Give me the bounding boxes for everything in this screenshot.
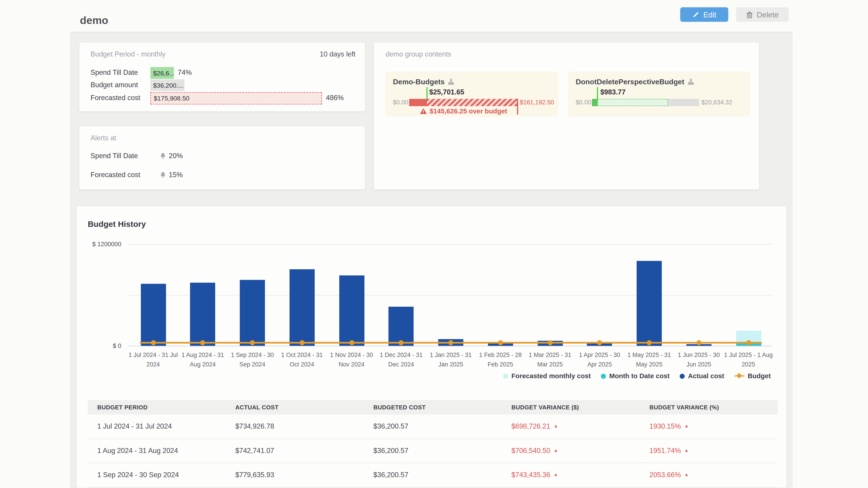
gauge-overbudget-segment bbox=[427, 99, 518, 106]
gauge-min-label: $0.00 bbox=[393, 99, 408, 106]
x-axis-label: 1 May 2025 - 31 May 2025 bbox=[623, 350, 675, 369]
gauge-max-label: $20,634.32 bbox=[702, 99, 732, 106]
table-cell: 1951.74%▲ bbox=[640, 447, 777, 455]
edit-button[interactable]: Edit bbox=[680, 7, 728, 22]
table-row: 1 Sep 2024 - 30 Sep 2024$779,635.93$36,2… bbox=[88, 463, 777, 488]
chart-legend: Forecasted monthly costMonth to Date cos… bbox=[503, 372, 771, 380]
delete-button-label: Delete bbox=[757, 10, 779, 19]
gauge-max-label: $161,192.50 bbox=[520, 99, 554, 106]
forecasted-cost-bar: $175,908.50 bbox=[150, 92, 322, 104]
gauge-name-label: Demo-Budgets bbox=[393, 78, 445, 86]
legend-label: Month to Date cost bbox=[609, 372, 670, 380]
page-title: demo bbox=[80, 14, 108, 27]
alert-spend-value: 20% bbox=[169, 152, 183, 160]
group-contents-card: demo group contents Demo-Budgets $25,701… bbox=[373, 42, 760, 190]
hierarchy-icon bbox=[688, 78, 694, 85]
alerts-card-title: Alerts at bbox=[91, 134, 116, 142]
alert-spend-label: Spend Till Date bbox=[91, 152, 138, 160]
table-row: 1 Aug 2024 - 31 Aug 2024$742,741.07$36,2… bbox=[88, 439, 777, 463]
legend-label: Actual cost bbox=[688, 372, 724, 380]
legend-item-month-to-date-cost[interactable]: Month to Date cost bbox=[601, 372, 670, 380]
table-cell: $706,540.50▲ bbox=[502, 447, 640, 455]
alerts-card: Alerts at Spend Till Date 20% Forecasted… bbox=[79, 126, 366, 190]
table-header-budget-variance-: BUDGET VARIANCE ($) bbox=[502, 404, 640, 411]
alert-forecast-value: 15% bbox=[169, 171, 183, 179]
budget-marker bbox=[647, 340, 652, 345]
bar-actual-cost bbox=[141, 284, 166, 346]
table-row: 1 Jul 2024 - 31 Jul 2024$734,926.78$36,2… bbox=[88, 415, 777, 439]
legend-item-forecasted-monthly-cost[interactable]: Forecasted monthly cost bbox=[503, 372, 591, 380]
variance-up-icon: ▲ bbox=[684, 448, 689, 453]
x-axis-label: 1 Dec 2024 - 31 Dec 2024 bbox=[375, 350, 427, 369]
x-axis-label: 1 Mar 2025 - 31 Mar 2025 bbox=[524, 350, 576, 369]
variance-up-icon: ▲ bbox=[684, 472, 689, 477]
budget-gauge-demo-budgets[interactable]: Demo-Budgets $25,701.65 $0.00 $161,192.5… bbox=[385, 72, 559, 117]
budget-period-card: Budget Period - monthly 10 days left Spe… bbox=[79, 42, 366, 111]
gauge-bar bbox=[592, 99, 700, 106]
budget-period-card-title: Budget Period - monthly bbox=[91, 51, 166, 58]
gauge-spend-value: $983.77 bbox=[600, 88, 626, 96]
table-cell: 1 Sep 2024 - 30 Sep 2024 bbox=[88, 471, 226, 479]
table-cell: 1 Jul 2024 - 31 Jul 2024 bbox=[88, 422, 226, 430]
legend-label: Budget bbox=[748, 372, 771, 380]
table-cell: $779,635.93 bbox=[226, 471, 364, 479]
table-cell: 1930.15%▲ bbox=[640, 422, 777, 430]
table-header-row: BUDGET PERIODACTUAL COSTBUDGETED COSTBUD… bbox=[88, 400, 777, 414]
table-cell: 1 Aug 2024 - 31 Aug 2024 bbox=[88, 447, 226, 455]
table-cell: $698,726.21▲ bbox=[502, 422, 640, 430]
warning-icon bbox=[420, 108, 427, 115]
forecasted-cost-label: Forecasted cost bbox=[91, 94, 141, 102]
gauge-spend-value: $25,701.65 bbox=[429, 88, 464, 96]
table-cell: $734,926.78 bbox=[226, 422, 364, 430]
spend-till-date-bar: $26,6... bbox=[150, 67, 174, 79]
edit-button-label: Edit bbox=[704, 10, 717, 19]
budget-amount-label: Budget amount bbox=[91, 81, 138, 89]
legend-dot-icon bbox=[680, 373, 685, 379]
days-left-label: 10 days left bbox=[320, 51, 355, 58]
variance-up-icon: ▲ bbox=[684, 424, 689, 429]
bar-actual-cost bbox=[339, 275, 364, 346]
budget-history-chart: $ 1200000 $ 0 1 Jul 2024 - 31 Jul 20241 … bbox=[128, 244, 772, 346]
trash-icon bbox=[746, 11, 753, 18]
table-cell: $742,741.07 bbox=[226, 447, 364, 455]
x-axis-label: 1 Jun 2025 - 30 Jun 2025 bbox=[673, 350, 724, 369]
legend-dot-icon bbox=[503, 373, 508, 379]
delete-button[interactable]: Delete bbox=[736, 7, 789, 22]
x-axis-label: 1 Sep 2024 - 30 Sep 2024 bbox=[227, 350, 278, 369]
legend-label: Forecasted monthly cost bbox=[511, 372, 591, 380]
x-axis-label: 1 Aug 2024 - 31 Aug 2024 bbox=[177, 350, 228, 369]
y-axis-max-label: $ 1200000 bbox=[82, 241, 121, 248]
budget-diamond-icon bbox=[734, 373, 744, 379]
alert-forecast-label: Forecasted cost bbox=[91, 171, 141, 179]
table-cell: $36,200.57 bbox=[364, 422, 502, 430]
variance-up-icon: ▲ bbox=[554, 424, 558, 429]
variance-up-icon: ▲ bbox=[554, 448, 558, 453]
over-budget-row: $145,626.25 over budget bbox=[409, 107, 518, 115]
x-axis-label: 1 Apr 2025 - 30 Apr 2025 bbox=[574, 350, 625, 369]
budget-history-table: BUDGET PERIODACTUAL COSTBUDGETED COSTBUD… bbox=[88, 400, 777, 487]
budget-marker bbox=[300, 340, 305, 345]
table-header-budgeted-cost: BUDGETED COST bbox=[364, 404, 502, 411]
legend-item-budget[interactable]: Budget bbox=[734, 372, 771, 380]
budget-amount-value: $36,200.... bbox=[153, 82, 184, 89]
bell-icon bbox=[160, 171, 166, 178]
gauge-name-label: DonotDeletePerspectiveBudget bbox=[576, 78, 684, 86]
legend-item-actual-cost[interactable]: Actual cost bbox=[680, 372, 724, 380]
x-axis-label: 1 Jul 2024 - 31 Jul 2024 bbox=[127, 350, 179, 369]
forecasted-cost-value: $175,908.50 bbox=[154, 95, 189, 102]
spend-till-date-label: Spend Till Date bbox=[91, 69, 138, 76]
x-axis-label: 1 Jan 2025 - 31 Jan 2025 bbox=[425, 350, 476, 369]
gauge-bar bbox=[409, 99, 518, 106]
spend-till-date-value: $26,6... bbox=[153, 70, 174, 76]
gauge-spend-segment bbox=[409, 99, 427, 106]
bar-actual-cost bbox=[190, 283, 215, 346]
table-cell: $743,435.36▲ bbox=[502, 471, 640, 479]
legend-dot-icon bbox=[601, 373, 606, 379]
x-axis-label: 1 Feb 2025 - 28 Feb 2025 bbox=[475, 350, 526, 369]
hierarchy-icon bbox=[448, 78, 455, 85]
table-cell: 2053.66%▲ bbox=[640, 471, 777, 479]
budget-gauge-donotdelete[interactable]: DonotDeletePerspectiveBudget $983.77 $0.… bbox=[568, 72, 750, 117]
spend-till-date-pct: 74% bbox=[178, 69, 192, 76]
table-header-budget-period: BUDGET PERIOD bbox=[88, 404, 226, 411]
bar-actual-cost bbox=[389, 307, 414, 346]
